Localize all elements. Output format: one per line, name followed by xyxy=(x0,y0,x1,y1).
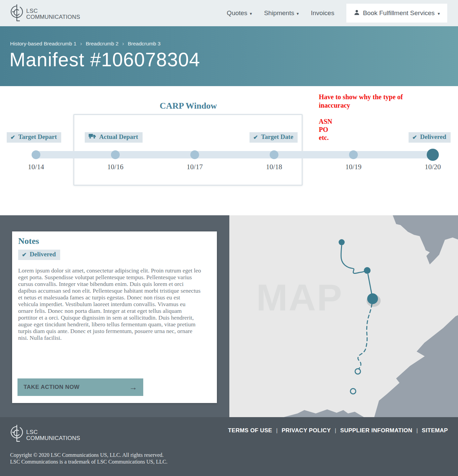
footer-link-privacy[interactable]: PRIVACY POLICY xyxy=(281,427,331,434)
chevron-right-icon: › xyxy=(122,40,124,47)
take-action-button[interactable]: TAKE ACTION NOW → xyxy=(17,378,143,396)
top-header: LSC COMMUNICATIONS Quotes ▾ Shipments ▾ … xyxy=(0,0,458,26)
nav-shipments-label: Shipments xyxy=(264,9,294,17)
route-line-remaining-dashed xyxy=(358,304,372,368)
footer: TERMS OF USE | PRIVACY POLICY | SUPPLIER… xyxy=(0,417,458,476)
main-nav: Quotes ▾ Shipments ▾ Invoices Book Fulfi… xyxy=(227,0,447,26)
user-icon xyxy=(354,9,360,17)
brand-line1: LSC xyxy=(26,8,80,14)
check-icon: ✔ xyxy=(253,134,258,141)
notes-card: Notes ✔ Delivered Lorem ipsum dolor sit … xyxy=(12,231,217,403)
map-landmass-northeast xyxy=(393,215,458,264)
timeline-date: 10/17 xyxy=(175,163,215,171)
map-landmass-gulf-coast xyxy=(284,409,364,417)
separator-icon: | xyxy=(412,428,422,434)
check-icon: ✔ xyxy=(10,134,15,141)
timeline-date: 10/19 xyxy=(333,163,374,171)
timeline-dot-10-18 xyxy=(270,150,278,159)
route-destination-circle xyxy=(350,389,356,394)
status-badge-delivered: ✔ Delivered xyxy=(409,132,451,143)
separator-icon: | xyxy=(272,428,281,434)
check-icon: ✔ xyxy=(412,134,417,141)
badge-label: Delivered xyxy=(420,133,446,141)
lsc-logo-mark-icon xyxy=(10,425,24,444)
inaccuracy-annotation: Have to show why the type of inaccuracy … xyxy=(319,93,409,142)
breadcrumb: History-based Breadcrumb 1 › Breadcrumb … xyxy=(10,40,160,47)
carp-window-title: CARP Window xyxy=(74,101,303,111)
current-location-dot xyxy=(367,293,378,304)
status-badge-actual-depart: Actual Depart xyxy=(85,132,143,143)
footer-link-terms[interactable]: TERMS OF USE xyxy=(228,427,272,434)
brand-logo[interactable]: LSC COMMUNICATIONS xyxy=(10,4,80,22)
route-origin-dot xyxy=(339,239,345,245)
copyright-text: Copyright © 2020 LSC Communications US, … xyxy=(10,452,167,465)
route-line-traveled-1 xyxy=(341,246,367,273)
brand-line2: COMMUNICATIONS xyxy=(26,435,80,441)
truck-icon xyxy=(88,133,96,141)
brand-line1: LSC xyxy=(26,429,80,435)
copyright-line1: Copyright © 2020 LSC Communications US, … xyxy=(10,452,167,459)
carp-window-section: CARP Window ✔ Target Depart Actual Depar… xyxy=(0,86,458,215)
chevron-right-icon: › xyxy=(80,40,82,47)
page-banner: History-based Breadcrumb 1 › Breadcrumb … xyxy=(0,26,458,86)
annotation-item: PO xyxy=(319,125,409,134)
annotation-item: ASN xyxy=(319,117,409,125)
chevron-down-icon: ▾ xyxy=(437,11,440,16)
badge-label: Target Date xyxy=(261,133,293,141)
nav-quotes[interactable]: Quotes ▾ xyxy=(227,9,252,17)
annotation-heading: Have to show why the type of inaccuracy xyxy=(319,93,409,110)
chevron-down-icon: ▾ xyxy=(250,11,252,16)
footer-link-supplier[interactable]: SUPPLIER INFORMATION xyxy=(340,427,412,434)
annotation-item: etc. xyxy=(319,134,409,142)
lsc-logo-mark-icon xyxy=(10,4,24,22)
page-title: Manifest #106078304 xyxy=(9,48,200,71)
nav-invoices[interactable]: Invoices xyxy=(311,9,334,17)
badge-label: Delivered xyxy=(30,251,56,258)
breadcrumb-item-1[interactable]: History-based Breadcrumb 1 xyxy=(10,41,76,47)
footer-brand-logo: LSC COMMUNICATIONS xyxy=(10,425,80,444)
nav-shipments[interactable]: Shipments ▾ xyxy=(264,9,299,17)
take-action-label: TAKE ACTION NOW xyxy=(24,384,80,391)
route-next-stop-circle xyxy=(355,369,360,374)
timeline-date: 10/20 xyxy=(413,163,453,171)
route-waypoint-dot xyxy=(364,267,371,274)
timeline-track xyxy=(32,151,437,158)
annotation-items: ASN PO etc. xyxy=(319,117,409,142)
nav-quotes-label: Quotes xyxy=(227,9,247,17)
notes-body-text: Lorem ipsum dolor sit amet, consectetur … xyxy=(18,267,201,341)
account-menu[interactable]: Book Fulfillment Services ▾ xyxy=(346,4,447,23)
details-section: Notes ✔ Delivered Lorem ipsum dolor sit … xyxy=(0,215,458,417)
timeline-date: 10/16 xyxy=(95,163,136,171)
timeline-dot-10-20-delivered xyxy=(427,149,439,161)
timeline-dot-10-19 xyxy=(349,150,358,159)
notes-title: Notes xyxy=(18,236,39,246)
carp-window-box xyxy=(73,114,303,186)
route-map: MAP xyxy=(229,215,458,417)
status-badge-target-date: ✔ Target Date xyxy=(250,132,298,143)
timeline-dot-10-14 xyxy=(32,150,40,159)
timeline-dot-10-17 xyxy=(190,150,199,159)
brand-line2: COMMUNICATIONS xyxy=(26,14,80,20)
status-badge-target-depart: ✔ Target Depart xyxy=(7,132,61,143)
breadcrumb-item-2[interactable]: Breadcrumb 2 xyxy=(86,41,118,47)
map-graphics xyxy=(229,215,458,417)
timeline-dot-10-16 xyxy=(111,150,120,159)
page: LSC COMMUNICATIONS Quotes ▾ Shipments ▾ … xyxy=(0,0,458,476)
breadcrumb-item-3[interactable]: Breadcrumb 3 xyxy=(128,41,160,47)
nav-invoices-label: Invoices xyxy=(311,9,334,17)
timeline-date: 10/18 xyxy=(254,163,294,171)
footer-link-sitemap[interactable]: SITEMAP xyxy=(422,427,448,434)
map-landmass-atlantic-coast xyxy=(374,315,458,417)
footer-links: TERMS OF USE | PRIVACY POLICY | SUPPLIER… xyxy=(228,427,448,434)
chevron-down-icon: ▾ xyxy=(297,11,299,16)
delivered-status-badge: ✔ Delivered xyxy=(18,250,60,260)
separator-icon: | xyxy=(331,428,340,434)
brand-name: LSC COMMUNICATIONS xyxy=(26,6,80,20)
badge-label: Actual Depart xyxy=(99,133,138,141)
account-label: Book Fulfillment Services xyxy=(363,9,434,17)
footer-brand-name: LSC COMMUNICATIONS xyxy=(26,427,80,441)
badge-label: Target Depart xyxy=(18,133,57,141)
copyright-line2: LSC Communications is a trademark of LSC… xyxy=(10,459,167,465)
check-icon: ✔ xyxy=(22,251,27,258)
arrow-right-icon: → xyxy=(129,383,137,391)
